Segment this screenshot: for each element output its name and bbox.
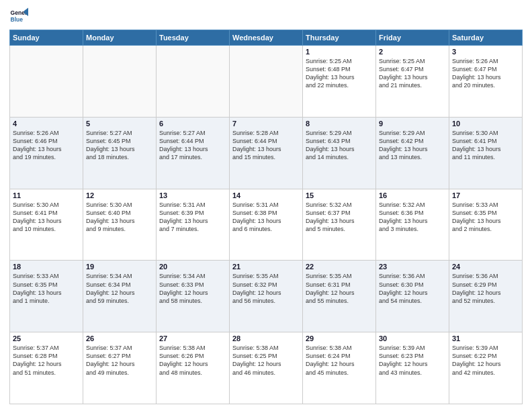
weekday-header-friday: Friday — [376, 30, 449, 46]
calendar-cell: 16Sunrise: 5:32 AM Sunset: 6:36 PM Dayli… — [376, 189, 449, 261]
cell-info: Sunrise: 5:25 AM Sunset: 6:48 PM Dayligh… — [306, 57, 373, 90]
cell-info: Sunrise: 5:36 AM Sunset: 6:29 PM Dayligh… — [452, 272, 519, 305]
calendar-cell: 24Sunrise: 5:36 AM Sunset: 6:29 PM Dayli… — [449, 261, 523, 332]
day-number: 1 — [306, 48, 373, 56]
cell-info: Sunrise: 5:27 AM Sunset: 6:45 PM Dayligh… — [86, 129, 153, 162]
cell-info: Sunrise: 5:27 AM Sunset: 6:44 PM Dayligh… — [159, 129, 226, 162]
calendar-cell: 3Sunrise: 5:26 AM Sunset: 6:47 PM Daylig… — [449, 46, 523, 118]
day-number: 24 — [452, 263, 519, 271]
day-number: 15 — [306, 191, 373, 199]
day-number: 31 — [452, 334, 519, 342]
calendar-page: General Blue SundayMondayTuesdayWednesda… — [0, 0, 532, 411]
cell-info: Sunrise: 5:25 AM Sunset: 6:47 PM Dayligh… — [379, 57, 446, 90]
day-number: 16 — [379, 191, 446, 199]
cell-info: Sunrise: 5:30 AM Sunset: 6:41 PM Dayligh… — [452, 129, 519, 162]
day-number: 14 — [232, 191, 300, 199]
calendar-cell: 21Sunrise: 5:35 AM Sunset: 6:32 PM Dayli… — [230, 261, 303, 332]
week-row-3: 11Sunrise: 5:30 AM Sunset: 6:41 PM Dayli… — [10, 189, 523, 261]
cell-info: Sunrise: 5:29 AM Sunset: 6:43 PM Dayligh… — [306, 129, 373, 162]
day-number: 20 — [159, 263, 226, 271]
cell-info: Sunrise: 5:37 AM Sunset: 6:27 PM Dayligh… — [86, 344, 153, 377]
day-number: 26 — [86, 334, 153, 342]
cell-info: Sunrise: 5:33 AM Sunset: 6:35 PM Dayligh… — [13, 272, 80, 305]
logo: General Blue — [9, 7, 31, 26]
day-number: 3 — [452, 48, 519, 56]
cell-info: Sunrise: 5:35 AM Sunset: 6:32 PM Dayligh… — [232, 272, 300, 305]
day-number: 12 — [86, 191, 153, 199]
calendar-cell: 22Sunrise: 5:35 AM Sunset: 6:31 PM Dayli… — [303, 261, 376, 332]
weekday-header-tuesday: Tuesday — [157, 30, 230, 46]
day-number: 28 — [232, 334, 300, 342]
calendar-cell: 5Sunrise: 5:27 AM Sunset: 6:45 PM Daylig… — [83, 117, 157, 189]
week-row-4: 18Sunrise: 5:33 AM Sunset: 6:35 PM Dayli… — [10, 261, 523, 332]
calendar-cell: 31Sunrise: 5:39 AM Sunset: 6:22 PM Dayli… — [449, 332, 523, 404]
cell-info: Sunrise: 5:37 AM Sunset: 6:28 PM Dayligh… — [13, 344, 80, 377]
weekday-header-row: SundayMondayTuesdayWednesdayThursdayFrid… — [10, 30, 523, 46]
weekday-header-monday: Monday — [83, 30, 157, 46]
day-number: 22 — [306, 263, 373, 271]
day-number: 13 — [159, 191, 226, 199]
calendar-cell: 30Sunrise: 5:39 AM Sunset: 6:23 PM Dayli… — [376, 332, 449, 404]
week-row-2: 4Sunrise: 5:26 AM Sunset: 6:46 PM Daylig… — [10, 117, 523, 189]
day-number: 19 — [86, 263, 153, 271]
calendar-cell: 15Sunrise: 5:32 AM Sunset: 6:37 PM Dayli… — [303, 189, 376, 261]
cell-info: Sunrise: 5:32 AM Sunset: 6:37 PM Dayligh… — [306, 201, 373, 234]
calendar-cell — [230, 46, 303, 118]
cell-info: Sunrise: 5:36 AM Sunset: 6:30 PM Dayligh… — [379, 272, 446, 305]
day-number: 4 — [13, 120, 80, 128]
day-number: 27 — [159, 334, 226, 342]
day-number: 2 — [379, 48, 446, 56]
calendar-cell: 28Sunrise: 5:38 AM Sunset: 6:25 PM Dayli… — [230, 332, 303, 404]
calendar-cell — [157, 46, 230, 118]
calendar-cell: 19Sunrise: 5:34 AM Sunset: 6:34 PM Dayli… — [83, 261, 157, 332]
calendar-cell: 7Sunrise: 5:28 AM Sunset: 6:44 PM Daylig… — [230, 117, 303, 189]
day-number: 10 — [452, 120, 519, 128]
week-row-5: 25Sunrise: 5:37 AM Sunset: 6:28 PM Dayli… — [10, 332, 523, 404]
day-number: 29 — [306, 334, 373, 342]
calendar-cell: 18Sunrise: 5:33 AM Sunset: 6:35 PM Dayli… — [10, 261, 83, 332]
day-number: 11 — [13, 191, 80, 199]
calendar-table: SundayMondayTuesdayWednesdayThursdayFrid… — [9, 30, 523, 404]
day-number: 25 — [13, 334, 80, 342]
calendar-cell: 6Sunrise: 5:27 AM Sunset: 6:44 PM Daylig… — [157, 117, 230, 189]
calendar-cell: 2Sunrise: 5:25 AM Sunset: 6:47 PM Daylig… — [376, 46, 449, 118]
calendar-cell — [10, 46, 83, 118]
day-number: 5 — [86, 120, 153, 128]
calendar-cell — [83, 46, 157, 118]
calendar-cell: 1Sunrise: 5:25 AM Sunset: 6:48 PM Daylig… — [303, 46, 376, 118]
svg-text:Blue: Blue — [11, 16, 24, 23]
cell-info: Sunrise: 5:33 AM Sunset: 6:35 PM Dayligh… — [452, 201, 519, 234]
cell-info: Sunrise: 5:26 AM Sunset: 6:47 PM Dayligh… — [452, 57, 519, 90]
weekday-header-sunday: Sunday — [10, 30, 83, 46]
weekday-header-thursday: Thursday — [303, 30, 376, 46]
calendar-cell: 12Sunrise: 5:30 AM Sunset: 6:40 PM Dayli… — [83, 189, 157, 261]
cell-info: Sunrise: 5:32 AM Sunset: 6:36 PM Dayligh… — [379, 201, 446, 234]
day-number: 21 — [232, 263, 300, 271]
calendar-cell: 4Sunrise: 5:26 AM Sunset: 6:46 PM Daylig… — [10, 117, 83, 189]
calendar-cell: 14Sunrise: 5:31 AM Sunset: 6:38 PM Dayli… — [230, 189, 303, 261]
day-number: 17 — [452, 191, 519, 199]
week-row-1: 1Sunrise: 5:25 AM Sunset: 6:48 PM Daylig… — [10, 46, 523, 118]
cell-info: Sunrise: 5:30 AM Sunset: 6:40 PM Dayligh… — [86, 201, 153, 234]
cell-info: Sunrise: 5:34 AM Sunset: 6:33 PM Dayligh… — [159, 272, 226, 305]
cell-info: Sunrise: 5:38 AM Sunset: 6:25 PM Dayligh… — [232, 344, 300, 377]
cell-info: Sunrise: 5:35 AM Sunset: 6:31 PM Dayligh… — [306, 272, 373, 305]
day-number: 30 — [379, 334, 446, 342]
day-number: 7 — [232, 120, 300, 128]
cell-info: Sunrise: 5:30 AM Sunset: 6:41 PM Dayligh… — [13, 201, 80, 234]
calendar-cell: 23Sunrise: 5:36 AM Sunset: 6:30 PM Dayli… — [376, 261, 449, 332]
calendar-cell: 11Sunrise: 5:30 AM Sunset: 6:41 PM Dayli… — [10, 189, 83, 261]
day-number: 9 — [379, 120, 446, 128]
cell-info: Sunrise: 5:38 AM Sunset: 6:24 PM Dayligh… — [306, 344, 373, 377]
weekday-header-wednesday: Wednesday — [230, 30, 303, 46]
cell-info: Sunrise: 5:31 AM Sunset: 6:38 PM Dayligh… — [232, 201, 300, 234]
calendar-cell: 13Sunrise: 5:31 AM Sunset: 6:39 PM Dayli… — [157, 189, 230, 261]
day-number: 23 — [379, 263, 446, 271]
header: General Blue — [9, 7, 523, 26]
cell-info: Sunrise: 5:31 AM Sunset: 6:39 PM Dayligh… — [159, 201, 226, 234]
calendar-cell: 9Sunrise: 5:29 AM Sunset: 6:42 PM Daylig… — [376, 117, 449, 189]
logo-icon: General Blue — [9, 7, 28, 26]
cell-info: Sunrise: 5:29 AM Sunset: 6:42 PM Dayligh… — [379, 129, 446, 162]
cell-info: Sunrise: 5:38 AM Sunset: 6:26 PM Dayligh… — [159, 344, 226, 377]
calendar-cell: 27Sunrise: 5:38 AM Sunset: 6:26 PM Dayli… — [157, 332, 230, 404]
